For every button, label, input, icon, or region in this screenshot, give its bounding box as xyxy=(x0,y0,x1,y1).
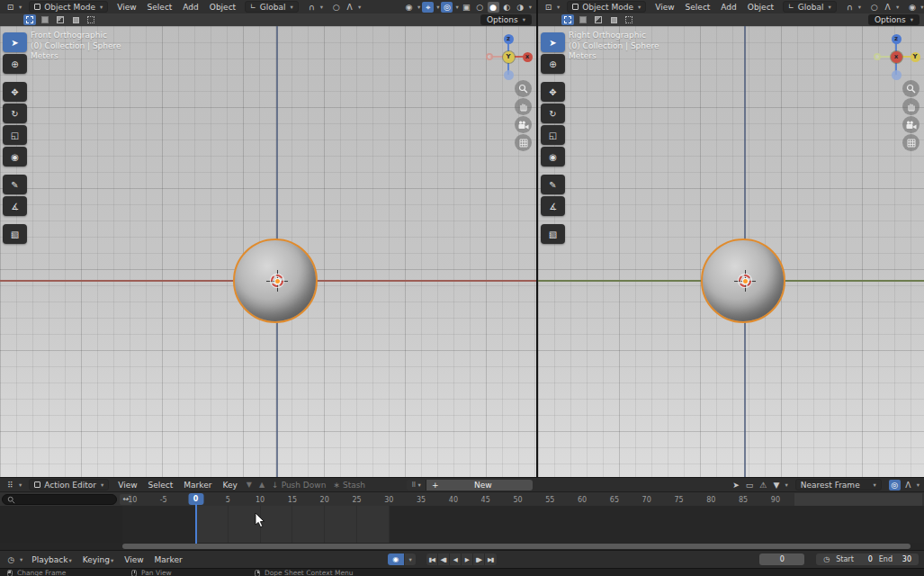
move-tool-button[interactable]: ✥ xyxy=(541,82,565,102)
gizmo-axis-negative[interactable] xyxy=(486,53,493,60)
select-mode-invert-button[interactable] xyxy=(607,14,620,25)
push-down-button[interactable]: ↓Push Down xyxy=(272,481,326,490)
gizmo-axis-z-positive[interactable]: z xyxy=(504,34,514,44)
select-menu[interactable]: Select xyxy=(147,481,175,490)
keying-menu[interactable]: Keying▾ xyxy=(81,555,116,564)
gizmo-axis-z-negative[interactable] xyxy=(504,70,514,80)
gizmo-axis-z-positive[interactable]: z xyxy=(892,34,902,44)
rotate-tool-button[interactable]: ↻ xyxy=(541,104,565,123)
view-menu[interactable]: View xyxy=(116,481,139,490)
shading-wireframe-icon[interactable]: ○ xyxy=(474,2,486,13)
jump-to-start-button[interactable]: ▮◀ xyxy=(426,554,438,565)
editor-type-button[interactable]: ◷▾ xyxy=(5,554,22,565)
cursor-tool-button[interactable]: ⊕ xyxy=(541,54,565,74)
marker-menu[interactable]: Marker xyxy=(182,481,213,490)
object-menu[interactable]: Object xyxy=(746,3,776,12)
shading-rendered-icon[interactable]: ◑ xyxy=(515,2,526,13)
camera-button[interactable] xyxy=(902,116,920,133)
select-mode-intersect-button[interactable] xyxy=(85,14,97,25)
auto-keying-toggle[interactable]: ◉ xyxy=(388,554,404,565)
navigation-gizmo[interactable]: z Y x xyxy=(872,33,920,80)
select-mode-set-button[interactable] xyxy=(561,14,574,25)
stash-button[interactable]: ∗Stash xyxy=(333,481,365,490)
transform-orientation-dropdown[interactable]: ∟Global▾ xyxy=(245,1,299,13)
snap-toggle-icon[interactable]: ⌖ xyxy=(422,2,434,13)
viewport-canvas[interactable]: Front Orthographic (0) Collection | Sphe… xyxy=(0,26,536,477)
move-tool-button[interactable]: ✥ xyxy=(3,82,27,102)
snapping-controls[interactable]: ∩▾ xyxy=(306,2,323,13)
transform-orientation-dropdown[interactable]: ∟Global▾ xyxy=(783,1,837,13)
pan-button[interactable] xyxy=(515,98,532,115)
prev-keyframe-button[interactable]: ◀▮ xyxy=(438,554,450,565)
select-mode-extend-button[interactable] xyxy=(577,14,589,25)
playback-menu[interactable]: Playback▾ xyxy=(30,555,73,564)
transform-tool-button[interactable]: ◉ xyxy=(3,147,27,166)
proportional-edit-controls[interactable]: ○Λ▾ xyxy=(330,2,361,13)
snapping-controls[interactable]: ∩▾ xyxy=(844,2,861,13)
annotate-tool-button[interactable]: ✎ xyxy=(541,175,565,194)
transform-tool-button[interactable]: ◉ xyxy=(541,147,565,166)
gizmo-axis-horizontal[interactable]: Y xyxy=(911,52,920,62)
options-button[interactable]: Options▾ xyxy=(480,14,532,25)
view-menu[interactable]: View xyxy=(122,555,145,564)
select-mode-intersect-button[interactable] xyxy=(623,14,635,25)
frame-range-icon[interactable]: ▭ xyxy=(743,480,755,490)
playhead[interactable] xyxy=(195,504,197,544)
mode-dropdown[interactable]: Object Mode▾ xyxy=(567,1,646,13)
gizmo-axis-negative[interactable] xyxy=(874,53,881,60)
editor-mode-dropdown[interactable]: Action Editor▾ xyxy=(29,479,109,490)
editor-type-button[interactable]: ⊡▾ xyxy=(4,2,22,13)
editor-type-button[interactable]: ⊡▾ xyxy=(543,2,560,13)
measure-tool-button[interactable]: ∡ xyxy=(541,196,565,216)
jump-to-end-button[interactable]: ▶▮ xyxy=(485,554,497,565)
rotate-tool-button[interactable]: ↻ xyxy=(3,104,27,123)
camera-button[interactable] xyxy=(515,116,532,133)
ortho-grid-button[interactable] xyxy=(515,134,532,151)
navigation-gizmo[interactable]: z x Y xyxy=(484,33,533,80)
pan-button[interactable] xyxy=(902,98,920,115)
pivot-point-icon[interactable]: ◉ xyxy=(906,2,918,13)
browse-action-dropdown[interactable]: ⠿▾ xyxy=(407,480,426,490)
select-box-tool-button[interactable]: ➤ xyxy=(3,32,27,52)
mode-dropdown[interactable]: Object Mode▾ xyxy=(29,1,108,13)
annotate-tool-button[interactable]: ✎ xyxy=(3,175,27,194)
snap-mode-dropdown[interactable]: Nearest Frame▾ xyxy=(795,479,882,490)
select-mode-set-button[interactable] xyxy=(23,14,36,25)
view-menu[interactable]: View xyxy=(653,3,676,12)
horizontal-scrollbar[interactable] xyxy=(122,544,911,549)
select-menu[interactable]: Select xyxy=(684,3,713,12)
cursor-tool-button[interactable]: ⊕ xyxy=(3,54,27,74)
add-cube-tool-button[interactable]: ▧ xyxy=(541,224,565,244)
shading-material-icon[interactable]: ◐ xyxy=(501,2,513,13)
show-errors-icon[interactable]: ⚠ xyxy=(757,480,768,490)
current-frame-field[interactable]: 0 xyxy=(759,554,804,565)
proportional-toggle-icon[interactable]: ◎ xyxy=(441,2,453,13)
search-input[interactable] xyxy=(2,494,117,505)
measure-tool-button[interactable]: ∡ xyxy=(3,196,27,216)
proportional-edit-controls[interactable]: ○Λ▾ xyxy=(868,2,899,13)
keyframe-area[interactable] xyxy=(0,506,924,543)
only-selected-icon[interactable]: ➤ xyxy=(730,480,741,490)
xray-toggle-icon[interactable]: ▣ xyxy=(461,2,472,13)
triangle-up-button[interactable]: ▲ xyxy=(259,481,265,489)
gizmo-axis-z-negative[interactable] xyxy=(892,70,902,80)
scale-tool-button[interactable]: ◱ xyxy=(3,125,27,145)
shading-solid-icon[interactable]: ● xyxy=(488,2,499,13)
editor-type-button[interactable]: ⠿▾ xyxy=(4,480,22,490)
viewport-canvas[interactable]: Right Orthographic (0) Collection | Sphe… xyxy=(538,26,924,477)
zoom-button[interactable] xyxy=(902,80,920,97)
select-mode-extend-button[interactable] xyxy=(39,14,51,25)
play-reverse-button[interactable]: ◀ xyxy=(450,554,462,565)
select-box-tool-button[interactable]: ➤ xyxy=(541,32,565,52)
falloff-icon[interactable]: Λ xyxy=(902,480,914,490)
select-mode-subtract-button[interactable] xyxy=(592,14,605,25)
view-menu[interactable]: View xyxy=(115,3,138,12)
play-button[interactable]: ▶ xyxy=(462,554,473,565)
gizmo-axis-horizontal[interactable]: x xyxy=(523,52,533,62)
filter-icon[interactable]: ▼ xyxy=(770,480,782,490)
gizmo-axis-center[interactable]: x xyxy=(891,51,902,63)
add-menu[interactable]: Add xyxy=(181,3,200,12)
select-menu[interactable]: Select xyxy=(146,3,175,12)
zoom-button[interactable] xyxy=(515,80,532,97)
marker-menu[interactable]: Marker xyxy=(153,555,184,564)
